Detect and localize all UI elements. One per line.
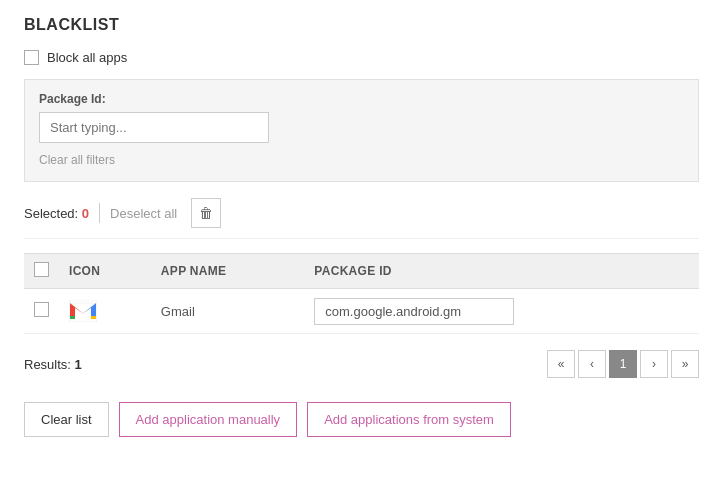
app-table: ICON APP NAME PACKAGE ID Gmailcom.google… bbox=[24, 253, 699, 334]
delete-selected-button[interactable]: 🗑 bbox=[191, 198, 221, 228]
package-id-cell: com.google.android.gm bbox=[304, 289, 699, 334]
svg-rect-2 bbox=[91, 316, 96, 319]
filter-box: Package Id: Clear all filters bbox=[24, 79, 699, 182]
select-all-checkbox[interactable] bbox=[34, 262, 49, 277]
selection-row: Selected: 0 Deselect all 🗑 bbox=[24, 198, 699, 239]
selected-label: Selected: 0 bbox=[24, 206, 89, 221]
pagination-last[interactable]: » bbox=[671, 350, 699, 378]
row-checkbox[interactable] bbox=[34, 302, 49, 317]
block-all-checkbox[interactable] bbox=[24, 50, 39, 65]
results-count: 1 bbox=[75, 357, 82, 372]
add-applications-from-system-button[interactable]: Add applications from system bbox=[307, 402, 511, 437]
results-label: Results: 1 bbox=[24, 357, 82, 372]
clear-list-button[interactable]: Clear list bbox=[24, 402, 109, 437]
delete-icon: 🗑 bbox=[199, 205, 213, 221]
pagination-prev[interactable]: ‹ bbox=[578, 350, 606, 378]
package-id-value: com.google.android.gm bbox=[314, 298, 514, 325]
block-all-label: Block all apps bbox=[47, 50, 127, 65]
svg-rect-1 bbox=[70, 316, 75, 319]
row-select-cell bbox=[24, 289, 59, 334]
block-all-row: Block all apps bbox=[24, 50, 699, 65]
selected-count: 0 bbox=[82, 206, 89, 221]
pagination-first[interactable]: « bbox=[547, 350, 575, 378]
app-name-column-header: APP NAME bbox=[151, 254, 304, 289]
select-all-header bbox=[24, 254, 59, 289]
pagination: « ‹ 1 › » bbox=[547, 350, 699, 378]
page-title: BLACKLIST bbox=[24, 16, 699, 34]
app-icon-cell bbox=[59, 289, 151, 334]
package-id-column-header: PACKAGE ID bbox=[304, 254, 699, 289]
add-application-manually-button[interactable]: Add application manually bbox=[119, 402, 298, 437]
table-row: Gmailcom.google.android.gm bbox=[24, 289, 699, 334]
deselect-all-button[interactable]: Deselect all bbox=[110, 206, 177, 221]
app-name-cell: Gmail bbox=[151, 289, 304, 334]
results-row: Results: 1 « ‹ 1 › » bbox=[24, 350, 699, 378]
pagination-page-1[interactable]: 1 bbox=[609, 350, 637, 378]
pagination-next[interactable]: › bbox=[640, 350, 668, 378]
table-header-row: ICON APP NAME PACKAGE ID bbox=[24, 254, 699, 289]
separator bbox=[99, 203, 100, 223]
clear-filters-link[interactable]: Clear all filters bbox=[39, 153, 115, 167]
actions-row: Clear list Add application manually Add … bbox=[24, 394, 699, 437]
gmail-icon bbox=[69, 297, 97, 325]
package-id-input[interactable] bbox=[39, 112, 269, 143]
filter-label: Package Id: bbox=[39, 92, 684, 106]
icon-column-header: ICON bbox=[59, 254, 151, 289]
